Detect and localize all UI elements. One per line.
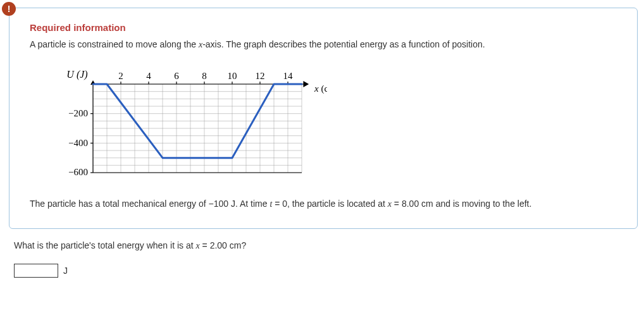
y-tick: −200 <box>68 108 88 118</box>
potential-energy-chart: U (J) 2 4 6 8 10 12 14 −200 −400 −600 <box>49 65 327 185</box>
question-text: What is the particle's total energy when… <box>14 240 638 251</box>
q-prefix: What is the particle's total energy when… <box>14 240 195 250</box>
y-axis-label: U (J) <box>66 69 87 80</box>
x-axis-label: x (cm) <box>314 83 327 94</box>
answer-unit: J <box>63 266 68 276</box>
q-suffix: = 2.00 cm? <box>200 240 247 250</box>
x-tick: 10 <box>228 71 237 81</box>
svg-marker-32 <box>304 82 308 87</box>
y-tick: −600 <box>68 167 88 177</box>
required-heading: Required information <box>30 22 622 33</box>
x-tick: 12 <box>256 71 265 81</box>
y-tick-marks <box>90 114 93 173</box>
y-tick: −400 <box>68 138 88 148</box>
fn-p1: The particle has a total mechanical ener… <box>30 199 269 209</box>
minor-grid <box>93 84 302 173</box>
x-tick: 8 <box>202 71 207 81</box>
alert-glyph: ! <box>8 4 11 14</box>
answer-row: J <box>14 264 638 278</box>
alert-icon: ! <box>2 2 16 16</box>
desc-suffix: -axis. The graph describes the potential… <box>202 39 485 49</box>
x-tick: 4 <box>146 71 151 81</box>
info-card: Required information A particle is const… <box>9 8 638 229</box>
fn-p5: = 8.00 cm and is moving to the left. <box>392 199 531 209</box>
fn-p3: = 0, the particle is located at <box>272 199 388 209</box>
problem-description: A particle is constrained to move along … <box>30 38 622 51</box>
x-tick: 6 <box>174 71 179 81</box>
answer-input[interactable] <box>14 264 58 278</box>
x-tick: 2 <box>118 71 123 81</box>
problem-footnote: The particle has a total mechanical ener… <box>30 198 622 211</box>
x-tick: 14 <box>283 71 294 81</box>
desc-prefix: A particle is constrained to move along … <box>30 39 199 49</box>
x-tick-marks <box>121 82 288 84</box>
question-block: What is the particle's total energy when… <box>14 240 638 278</box>
